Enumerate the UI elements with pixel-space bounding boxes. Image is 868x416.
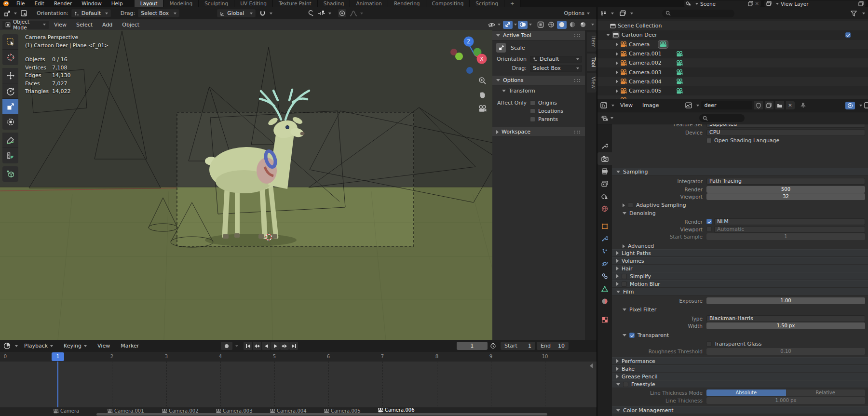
object-name[interactable]: Camera bbox=[629, 41, 650, 48]
image-name-field[interactable]: deer bbox=[701, 101, 752, 109]
outliner-row-camera-001[interactable]: Camera.001 bbox=[597, 49, 868, 58]
workspace-tab-texture-paint[interactable]: Texture Paint bbox=[273, 0, 318, 7]
clipped-header-icon[interactable] bbox=[864, 102, 868, 108]
add-workspace-button[interactable]: + bbox=[504, 0, 521, 7]
subpanel-pixel-filter[interactable]: Pixel Filter bbox=[612, 306, 868, 313]
denoise-viewport-checkbox[interactable] bbox=[706, 227, 712, 232]
workspace-tab-sculpting[interactable]: Sculpting bbox=[199, 0, 234, 7]
visibility-dropdown[interactable] bbox=[487, 21, 502, 29]
current-frame-field[interactable]: 1 bbox=[457, 342, 488, 350]
shading-rendered-button[interactable] bbox=[578, 21, 588, 29]
osl-row[interactable]: Open Shading Language bbox=[612, 137, 865, 144]
camera-data-icon[interactable] bbox=[676, 60, 683, 66]
sidebar-collapse-arrow[interactable] bbox=[590, 363, 593, 368]
auto-keying-button[interactable] bbox=[221, 342, 232, 350]
denoise-render-row[interactable]: Render NLM bbox=[612, 218, 865, 225]
proportional-edit-icon[interactable] bbox=[317, 9, 326, 17]
playhead[interactable]: 1 bbox=[52, 352, 64, 361]
feature-set-row[interactable]: Feature Set Supported bbox=[612, 124, 865, 128]
subpanel-transparent[interactable]: Transparent bbox=[612, 332, 868, 339]
outliner-row-camera-002[interactable]: Camera.002 bbox=[597, 58, 868, 67]
start-frame-field[interactable]: Start1 bbox=[501, 342, 535, 350]
workspace-tab-shading[interactable]: Shading bbox=[318, 0, 351, 7]
timeline-track-area[interactable] bbox=[0, 362, 597, 407]
view-layer-selector[interactable]: View Layer bbox=[764, 0, 866, 7]
transform-orientation-dropdown[interactable]: Global bbox=[217, 9, 256, 17]
scene-selector[interactable]: Scene ✕ bbox=[684, 0, 761, 7]
viewport-3d[interactable]: Z X Camera Perspective (1) Cartoon Deer … bbox=[0, 30, 597, 340]
tool-scale[interactable] bbox=[2, 99, 18, 114]
blender-logo-icon[interactable] bbox=[0, 0, 12, 7]
proportional-falloff-icon[interactable] bbox=[338, 9, 346, 17]
transparent-checkbox[interactable] bbox=[629, 333, 635, 338]
workspace-tab-scripting[interactable]: Scripting bbox=[470, 0, 504, 7]
image-editor-icon[interactable] bbox=[600, 102, 607, 108]
menu-window[interactable]: Window bbox=[77, 0, 106, 7]
viewport-samples-row[interactable]: Viewport 32 bbox=[612, 193, 865, 200]
outliner-row-scene-collection[interactable]: Scene Collection bbox=[597, 21, 868, 30]
filter-funnel-icon[interactable] bbox=[851, 11, 857, 16]
tab-item[interactable]: Item bbox=[587, 32, 597, 52]
render-slot-icon[interactable] bbox=[845, 102, 855, 109]
roughness-threshold-row[interactable]: Roughness Threshold 0.10 bbox=[612, 348, 865, 355]
timeline-editor-icon[interactable] bbox=[3, 342, 11, 349]
locations-checkbox[interactable] bbox=[530, 108, 535, 114]
menu-help[interactable]: Help bbox=[107, 0, 128, 7]
snap-magnet-icon[interactable] bbox=[258, 9, 267, 17]
menu-marker[interactable]: Marker bbox=[116, 343, 143, 349]
workspace-tab-modeling[interactable]: Modeling bbox=[163, 0, 199, 7]
tool-add-cube[interactable] bbox=[2, 166, 18, 182]
scale-tool-icon[interactable] bbox=[496, 43, 506, 53]
panel-header-light-paths[interactable]: Light Paths bbox=[612, 249, 868, 257]
fake-user-shield-icon[interactable] bbox=[754, 101, 763, 109]
workspace-tab-layout[interactable]: Layout bbox=[135, 0, 164, 7]
timeline-scrollbar[interactable] bbox=[96, 413, 547, 416]
camera-view-button[interactable] bbox=[476, 103, 488, 114]
shading-wireframe-button[interactable] bbox=[546, 21, 556, 29]
tool-annotate[interactable] bbox=[2, 133, 18, 148]
menu-select[interactable]: Select bbox=[72, 22, 97, 28]
expand-icon[interactable] bbox=[616, 42, 618, 46]
shading-solid-button[interactable] bbox=[557, 21, 567, 29]
shading-material-button[interactable] bbox=[568, 21, 577, 29]
proportional-snake-hook-icon[interactable] bbox=[306, 9, 314, 17]
panel-header-hair[interactable]: Hair bbox=[612, 265, 868, 272]
new-scene-icon[interactable] bbox=[748, 1, 753, 6]
ltm-absolute-button[interactable]: Absolute bbox=[706, 389, 786, 396]
panel-header-options[interactable]: Options bbox=[492, 76, 585, 85]
object-name[interactable]: Camera.001 bbox=[629, 51, 662, 57]
panel-grip-icon[interactable] bbox=[574, 34, 581, 37]
object-name[interactable]: Camera.004 bbox=[629, 79, 662, 85]
denoise-render-checkbox[interactable] bbox=[706, 219, 712, 224]
outliner-row-camera-005[interactable]: Camera.005 bbox=[597, 86, 868, 95]
subpanel-adaptive-sampling[interactable]: Adaptive Sampling bbox=[612, 201, 868, 209]
marker-camera-006-active[interactable]: Camera.006 bbox=[378, 407, 415, 413]
outliner-row-camera-003[interactable]: Camera.003 bbox=[597, 67, 868, 77]
panel-header-simplify[interactable]: Simplify bbox=[612, 272, 868, 280]
npanel-orientation-dropdown[interactable]: Default bbox=[530, 56, 582, 63]
xray-toggle[interactable] bbox=[536, 21, 545, 29]
filter-width-row[interactable]: Width 1.50 px bbox=[612, 322, 865, 329]
browse-image-icon[interactable] bbox=[685, 102, 692, 108]
object-name[interactable]: Camera.003 bbox=[629, 69, 662, 76]
workspace-tab-rendering[interactable]: Rendering bbox=[388, 0, 426, 7]
render-samples-row[interactable]: Render 500 bbox=[612, 186, 865, 193]
active-tool-icon[interactable] bbox=[3, 9, 11, 17]
panel-header-sampling[interactable]: Sampling bbox=[612, 168, 868, 175]
tool-select-box[interactable] bbox=[2, 34, 18, 50]
denoise-viewport-row[interactable]: Viewport Automatic bbox=[612, 226, 865, 233]
view-layer-name[interactable]: View Layer bbox=[781, 1, 809, 7]
menu-view[interactable]: View bbox=[93, 343, 114, 349]
ltm-relative-button[interactable]: Relative bbox=[786, 389, 866, 396]
outliner-row-camera-004[interactable]: Camera.004 bbox=[597, 77, 868, 86]
panel-header-motion-blur[interactable]: Motion Blur bbox=[612, 280, 868, 288]
transparent-glass-checkbox[interactable] bbox=[706, 341, 712, 347]
gizmos-toggle[interactable] bbox=[503, 21, 513, 29]
filter-type-row[interactable]: Type Blackman-Harris bbox=[612, 315, 865, 322]
timeline-ruler[interactable]: 0 2 3 4 5 6 7 8 9 10 1 bbox=[0, 352, 597, 362]
panel-header-bake[interactable]: Bake bbox=[612, 365, 868, 373]
camera-data-icon[interactable] bbox=[676, 88, 683, 94]
subpanel-transform[interactable]: Transform bbox=[492, 85, 585, 96]
menu-playback[interactable]: Playback bbox=[20, 343, 57, 349]
start-sample-row[interactable]: Start Sample 1 bbox=[612, 233, 865, 240]
